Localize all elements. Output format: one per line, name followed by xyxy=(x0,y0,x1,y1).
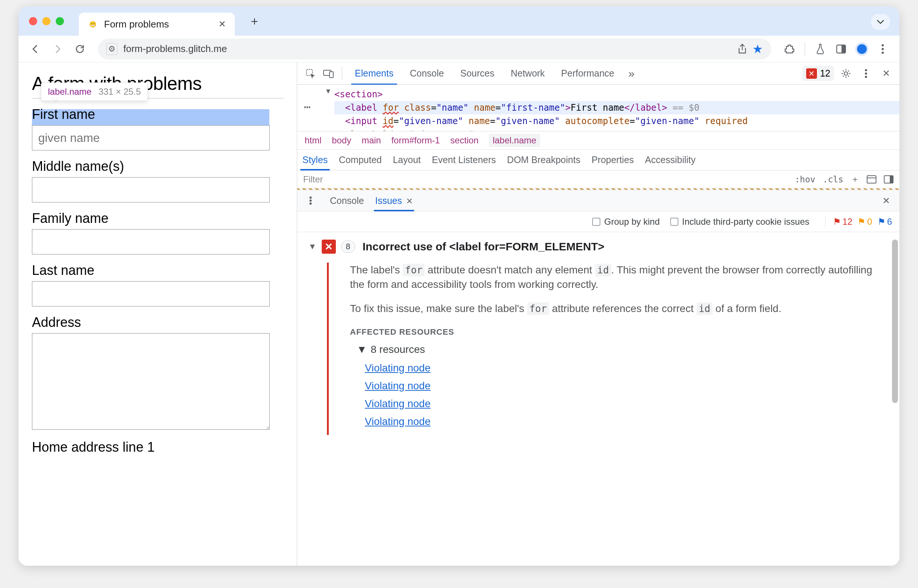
affected-resources-heading: AFFECTED RESOURCES xyxy=(350,327,888,337)
new-tab-button[interactable]: ＋ xyxy=(245,12,264,31)
subtab-accessibility[interactable]: Accessibility xyxy=(645,155,695,165)
forward-button[interactable] xyxy=(48,40,67,58)
address-textarea[interactable] xyxy=(32,333,270,430)
omnibox[interactable]: ⚙ form-problems.glitch.me ★ xyxy=(98,39,771,60)
include-cookie-checkbox[interactable] xyxy=(670,218,678,226)
reload-button[interactable] xyxy=(71,40,89,58)
violating-node-link[interactable]: Violating node xyxy=(365,416,888,428)
back-button[interactable] xyxy=(26,40,45,58)
tab-elements[interactable]: Elements xyxy=(347,62,401,85)
svg-point-10 xyxy=(865,73,867,75)
issue-description-2: To fix this issue, make sure the label's… xyxy=(350,301,878,316)
labs-icon[interactable] xyxy=(811,40,829,58)
panel-icon[interactable] xyxy=(832,40,850,58)
inspect-selector: label.name xyxy=(48,87,91,97)
group-by-kind-checkbox[interactable] xyxy=(592,218,600,226)
svg-point-9 xyxy=(865,69,867,71)
family-name-input[interactable] xyxy=(32,229,270,254)
new-style-rule-icon[interactable]: ＋ xyxy=(851,173,859,185)
omnibox-url: form-problems.glitch.me xyxy=(123,43,227,55)
issue-count-pill: 8 xyxy=(341,240,355,253)
inspect-dimensions: 331 × 25.5 xyxy=(99,87,141,97)
issues-info-flag[interactable]: ⚑ 6 xyxy=(878,216,892,227)
tab-performance[interactable]: Performance xyxy=(554,62,622,85)
issue-description-1: The label's for attribute doesn't match … xyxy=(350,263,878,292)
devtools-close-icon[interactable]: ✕ xyxy=(878,65,894,82)
subtab-event-listeners[interactable]: Event Listeners xyxy=(432,155,496,165)
dom-caret-icon[interactable]: ▼ xyxy=(326,87,330,95)
inspect-tooltip: label.name 331 × 25.5 xyxy=(41,82,148,101)
hov-toggle[interactable]: :hov xyxy=(795,174,815,184)
share-icon[interactable] xyxy=(737,44,747,55)
crumb-section[interactable]: section xyxy=(450,135,478,145)
drawer-tab-close-icon[interactable]: ✕ xyxy=(406,197,413,206)
toolbar-right xyxy=(780,40,892,58)
crumb-main[interactable]: main xyxy=(362,135,381,145)
drawer-tab-issues[interactable]: Issues ✕ xyxy=(375,195,413,206)
devtools-separator xyxy=(342,67,342,80)
tabs-dropdown-button[interactable] xyxy=(871,14,890,30)
first-name-label: First name xyxy=(32,107,283,122)
browser-tab[interactable]: 😬 Form problems ✕ xyxy=(79,13,235,36)
bookmark-star-icon[interactable]: ★ xyxy=(752,42,763,56)
first-name-group: First name xyxy=(32,107,283,150)
tab-favicon: 😬 xyxy=(88,19,98,29)
toggle-sidebar-icon[interactable] xyxy=(884,175,894,184)
subtab-properties[interactable]: Properties xyxy=(592,155,634,165)
error-count-badge[interactable]: ✕ 12 xyxy=(802,66,834,81)
subtab-computed[interactable]: Computed xyxy=(339,155,381,165)
resources-toggle[interactable]: ▼ 8 resources xyxy=(357,344,888,355)
tab-sources[interactable]: Sources xyxy=(453,62,502,85)
crumb-body[interactable]: body xyxy=(332,135,351,145)
tab-network[interactable]: Network xyxy=(503,62,553,85)
violating-node-link[interactable]: Violating node xyxy=(365,380,888,392)
devtools-kebab-icon[interactable] xyxy=(858,65,874,82)
extensions-icon[interactable] xyxy=(780,40,799,58)
svg-rect-15 xyxy=(890,176,893,183)
first-name-input[interactable] xyxy=(32,125,270,150)
issues-error-flag[interactable]: ⚑ 12 xyxy=(833,216,853,227)
settings-gear-icon[interactable] xyxy=(838,65,854,82)
middle-name-label: Middle name(s) xyxy=(32,158,283,174)
subtab-styles[interactable]: Styles xyxy=(302,155,328,165)
drawer-close-icon[interactable]: ✕ xyxy=(878,192,894,209)
more-tabs-icon[interactable]: » xyxy=(623,65,639,82)
window-minimize-button[interactable] xyxy=(42,17,50,25)
crumb-form[interactable]: form#form-1 xyxy=(391,135,440,145)
site-settings-icon[interactable]: ⚙ xyxy=(106,43,117,55)
device-toolbar-icon[interactable] xyxy=(320,65,336,82)
tab-title: Form problems xyxy=(104,19,169,30)
profile-button[interactable] xyxy=(853,40,871,58)
resources-caret-icon: ▼ xyxy=(357,344,367,355)
last-name-label: Last name xyxy=(32,263,283,278)
svg-point-17 xyxy=(309,199,312,202)
violating-node-link[interactable]: Violating node xyxy=(365,362,888,374)
issue-toggle-icon[interactable]: ▼ xyxy=(308,242,317,254)
cls-toggle[interactable]: .cls xyxy=(823,174,843,184)
last-name-input[interactable] xyxy=(32,281,270,307)
dom-breadcrumb[interactable]: html body main form#form-1 section label… xyxy=(297,131,899,150)
dom-ellipsis-icon[interactable]: ⋯ xyxy=(304,100,311,113)
subtab-dom-breakpoints[interactable]: DOM Breakpoints xyxy=(507,155,580,165)
window-maximize-button[interactable] xyxy=(56,17,64,25)
issues-warning-flag[interactable]: ⚑ 0 xyxy=(857,216,872,227)
inspect-element-icon[interactable] xyxy=(302,65,319,82)
crumb-html[interactable]: html xyxy=(305,135,322,145)
styles-subtabs: Styles Computed Layout Event Listeners D… xyxy=(297,150,899,171)
issue-row[interactable]: ▼ ✕ 8 Incorrect use of <label for=FORM_E… xyxy=(297,232,899,254)
violating-node-link[interactable]: Violating node xyxy=(365,398,888,410)
computed-sidebar-icon[interactable] xyxy=(867,175,876,184)
drawer-tab-console[interactable]: Console xyxy=(330,195,364,206)
tab-console[interactable]: Console xyxy=(402,62,451,85)
tab-close-button[interactable]: ✕ xyxy=(218,19,226,29)
window-close-button[interactable] xyxy=(29,17,37,25)
styles-filter-input[interactable]: Filter xyxy=(303,174,323,184)
dom-tree[interactable]: ⋯ ▼ <section> <label for class="name" na… xyxy=(297,85,899,131)
drawer-kebab-icon[interactable] xyxy=(302,192,319,209)
middle-name-input[interactable] xyxy=(32,177,270,202)
issue-detail: The label's for attribute doesn't match … xyxy=(297,263,899,435)
kebab-menu-icon[interactable] xyxy=(873,40,892,58)
devtools-tabbar: Elements Console Sources Network Perform… xyxy=(297,62,899,85)
subtab-layout[interactable]: Layout xyxy=(393,155,420,165)
crumb-label[interactable]: label.name xyxy=(489,134,540,147)
